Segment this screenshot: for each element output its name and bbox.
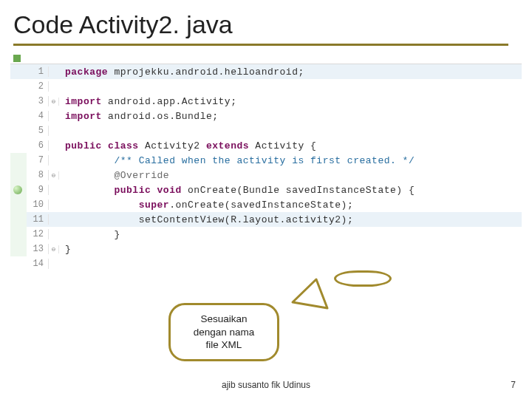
line-number: 10 (27, 200, 49, 210)
line-number: 4 (27, 111, 49, 121)
line-number: 14 (27, 259, 49, 269)
line-number: 5 (27, 126, 49, 136)
title-block: Code Activity2. java (0, 0, 532, 50)
line-number: 12 (27, 229, 49, 239)
line-number: 6 (27, 140, 49, 151)
callout-line: Sesuaikan (175, 313, 273, 326)
callout: Sesuaikan dengan nama file XML (168, 303, 279, 361)
footer-text: ajib susanto fik Udinus (0, 380, 532, 390)
override-marker-icon (13, 185, 22, 194)
line-number: 9 (27, 185, 49, 195)
line-number: 2 (27, 81, 49, 92)
callout-line: dengan nama (175, 326, 273, 339)
circle-highlight (334, 270, 392, 287)
line-number: 11 (27, 214, 49, 225)
accent-square (13, 55, 21, 62)
callout-line: file XML (175, 338, 273, 352)
slide-title: Code Activity2. java (13, 10, 519, 39)
line-number: 1 (27, 66, 49, 77)
code-editor: 1package mprojekku.android.helloandroid;… (10, 64, 522, 300)
line-number: 7 (27, 155, 49, 166)
line-number: 3 (27, 96, 49, 106)
line-number: 8 (27, 170, 49, 180)
line-number: 13 (27, 244, 49, 254)
page-number: 7 (511, 380, 516, 390)
title-underline (13, 44, 508, 46)
